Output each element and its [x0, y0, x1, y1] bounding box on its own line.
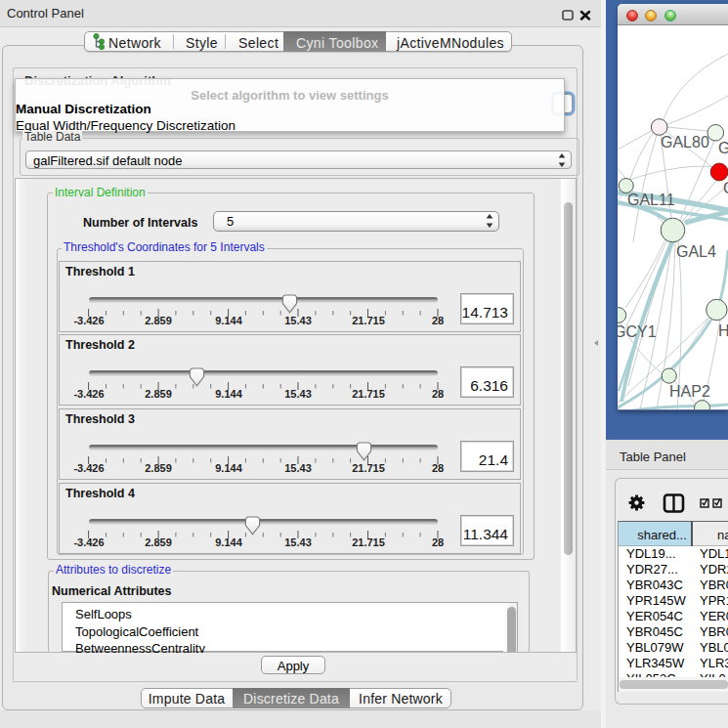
svg-text:G: G	[718, 140, 728, 156]
svg-text:GAL11: GAL11	[627, 192, 675, 208]
svg-text:GCY1: GCY1	[618, 323, 657, 340]
svg-text:H: H	[718, 322, 728, 339]
svg-text:GAL4: GAL4	[676, 243, 716, 260]
svg-text:C: C	[723, 180, 728, 196]
svg-text:GAL80: GAL80	[661, 134, 709, 150]
svg-text:HAP2: HAP2	[669, 383, 710, 400]
